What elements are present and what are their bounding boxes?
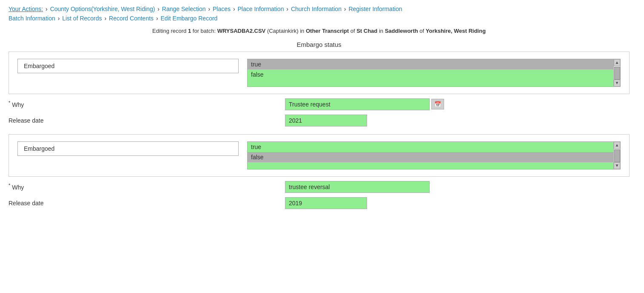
breadcrumb-range-selection[interactable]: Range Selection xyxy=(162,6,206,12)
why-input-2[interactable] xyxy=(285,181,430,193)
listbox-option-false-2[interactable]: false xyxy=(248,152,613,162)
breadcrumb-record-contents[interactable]: Record Contents xyxy=(109,15,154,22)
user-label: (Captainkirk) in xyxy=(267,28,306,34)
listbox-options-1: true false xyxy=(248,59,613,86)
listbox-option-true-1[interactable]: true xyxy=(248,59,613,69)
breadcrumb-county-options[interactable]: County Options(Yorkshire, West Riding) xyxy=(50,6,155,12)
form-row-release-date-2: Release date xyxy=(9,197,630,209)
why-label-1: * Why xyxy=(9,100,281,108)
scroll-down-2[interactable]: ▼ xyxy=(614,162,620,169)
breadcrumb: Your Actions: › County Options(Yorkshire… xyxy=(9,4,630,23)
embargo-listbox-1[interactable]: true false ▲ ▼ xyxy=(247,59,621,87)
scrollbar-2: ▲ ▼ xyxy=(613,142,620,169)
of-label: of xyxy=(350,28,356,34)
breadcrumb-edit-embargo-record[interactable]: Edit Embargo Record xyxy=(161,15,218,22)
form-row-release-date-1: Release date xyxy=(9,115,630,126)
listbox-option-false-1[interactable]: false xyxy=(248,69,613,80)
embargoed-label-2: Embargoed xyxy=(17,141,239,156)
embargo-listbox-2[interactable]: true false ▲ ▼ xyxy=(247,141,621,169)
release-date-label-2: Release date xyxy=(9,200,281,207)
embargo-status-title: Embargo status xyxy=(9,41,630,48)
listbox-options-2: true false xyxy=(248,142,613,169)
breadcrumb-list-of-records[interactable]: List of Records xyxy=(62,15,102,22)
form-row-why-1: * Why 📅 xyxy=(9,98,630,110)
for-batch-label: for batch: xyxy=(193,28,217,34)
scroll-down-1[interactable]: ▼ xyxy=(614,80,620,86)
breadcrumb-batch-information[interactable]: Batch Information xyxy=(9,15,55,22)
in-label: in xyxy=(379,28,385,34)
breadcrumb-register-information[interactable]: Register Information xyxy=(348,6,402,12)
scroll-thumb-2[interactable] xyxy=(614,149,620,162)
breadcrumb-church-information[interactable]: Church Information xyxy=(291,6,342,12)
editing-label: Editing record xyxy=(152,28,186,34)
county-name: Yorkshire, West Riding xyxy=(426,28,486,34)
batch-name: WRYSADBA2.CSV xyxy=(217,28,266,34)
scroll-up-2[interactable]: ▲ xyxy=(614,142,620,149)
breadcrumb-places[interactable]: Places xyxy=(213,6,231,12)
sub-heading: Editing record 1 for batch: WRYSADBA2.CS… xyxy=(9,28,630,34)
record-number: 1 xyxy=(188,28,191,34)
why-input-1[interactable] xyxy=(285,98,430,110)
calendar-button-1[interactable]: 📅 xyxy=(431,99,444,109)
required-star-1: * xyxy=(9,100,10,105)
why-input-wrapper-1: 📅 xyxy=(285,98,444,110)
scroll-thumb-1[interactable] xyxy=(614,67,620,80)
why-label-2: * Why xyxy=(9,183,281,191)
release-date-label-1: Release date xyxy=(9,117,281,124)
embargo-section-1: Embargoed true false ▲ ▼ xyxy=(9,52,630,94)
release-date-input-2[interactable] xyxy=(285,197,367,209)
embargo-section-2: Embargoed true false ▲ ▼ xyxy=(9,134,630,177)
breadcrumb-place-information[interactable]: Place Information xyxy=(237,6,284,12)
scrollbar-1: ▲ ▼ xyxy=(613,59,620,86)
form-row-why-2: * Why xyxy=(9,181,630,193)
listbox-option-true-2[interactable]: true xyxy=(248,142,613,152)
release-date-input-1[interactable] xyxy=(285,115,367,126)
required-star-2: * xyxy=(9,183,10,188)
embargoed-label-1: Embargoed xyxy=(17,59,239,73)
why-text-2: Why xyxy=(12,184,24,191)
church-name: St Chad xyxy=(356,28,377,34)
place-name: Saddleworth xyxy=(385,28,418,34)
transcript-type: Other Transcript xyxy=(306,28,349,34)
of-label2: of xyxy=(419,28,425,34)
why-text-1: Why xyxy=(12,101,24,108)
scroll-up-1[interactable]: ▲ xyxy=(614,59,620,66)
your-actions-label: Your Actions: xyxy=(9,6,43,12)
